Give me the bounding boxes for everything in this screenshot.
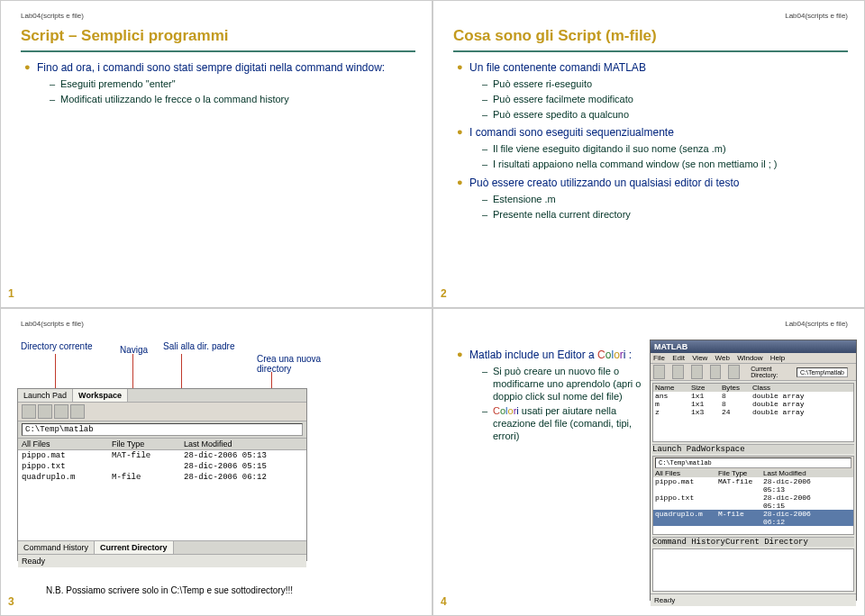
new-icon[interactable] xyxy=(653,365,665,379)
menu-view[interactable]: View xyxy=(692,354,707,362)
nav-up-icon[interactable] xyxy=(38,404,52,419)
ws-header: Name Size Bytes Class xyxy=(653,384,853,392)
sub-item: Si può creare un nuovo file o modificarn… xyxy=(482,366,642,403)
color-word: Colori xyxy=(597,349,625,361)
title-rule xyxy=(21,50,415,52)
column-headers: All Files File Type Last Modified xyxy=(18,439,306,450)
tab-workspace[interactable]: Workspace xyxy=(701,445,745,454)
cd-input[interactable]: C:\Temp\matlab xyxy=(797,367,848,377)
ws-col-name[interactable]: Name xyxy=(655,384,691,392)
bullet-list: Fino ad ora, i comandi sono stati sempre… xyxy=(21,61,415,106)
open-icon[interactable] xyxy=(672,365,684,379)
sub-list: Eseguiti premendo "enter" Modificati uti… xyxy=(37,78,415,106)
header-label: Lab04(scripts e file) xyxy=(21,12,415,20)
ws-row[interactable]: ans1x18double array xyxy=(653,392,853,400)
slide-number: 2 xyxy=(441,287,447,300)
bullet-text: Un file contenente comandi MATLAB xyxy=(469,61,646,74)
ws-col-class[interactable]: Class xyxy=(752,384,806,392)
file-rows: pippo.mat MAT-file 28-dic-2006 05:13 pip… xyxy=(18,450,306,540)
ws-row[interactable]: z1x324double array xyxy=(653,408,853,416)
ws-col-size[interactable]: Size xyxy=(691,384,722,392)
menu-web[interactable]: Web xyxy=(715,354,730,362)
tab-command-history[interactable]: Command History xyxy=(652,538,725,547)
window-titlebar: MATLAB xyxy=(651,340,856,353)
find-icon[interactable] xyxy=(70,404,85,419)
status-bar: Ready xyxy=(18,554,306,567)
sub-item: Il file viene eseguito digitando il suo … xyxy=(482,143,848,156)
tab-current-directory[interactable]: Current Directory xyxy=(725,538,808,547)
annotation-parent: Sali alla dir. padre xyxy=(163,341,235,351)
slide-3: Lab04(scripts e file) Directory corrente… xyxy=(0,308,432,616)
ws-row[interactable]: m1x18double array xyxy=(653,400,853,408)
file-row[interactable]: pippo.mat MAT-file 28-dic-2006 05:13 xyxy=(18,450,306,461)
sub-item: I risultati appaiono nella command windo… xyxy=(482,159,848,171)
new-folder-icon[interactable] xyxy=(54,404,68,419)
sub-item: Eseguiti premendo "enter" xyxy=(50,78,415,91)
dir-row[interactable]: pippo.matMAT-file28-dic-2006 05:13 xyxy=(653,477,853,494)
file-browser: Launch Pad Workspace C:\Temp\matlab All … xyxy=(17,388,307,561)
menu-window[interactable]: Window xyxy=(737,354,762,362)
sub-item: Estensione .m xyxy=(482,194,848,206)
header-label: Lab04(scripts e file) xyxy=(453,12,848,20)
slide-4: Lab04(scripts e file) Matlab include un … xyxy=(432,308,865,616)
help-icon[interactable] xyxy=(728,365,740,379)
tab-launchpad[interactable]: Launch Pad xyxy=(18,389,73,402)
cell-type: MAT-file xyxy=(112,451,184,460)
col-modified[interactable]: Last Modified xyxy=(184,439,292,448)
sub-item: Presente nella current directory xyxy=(482,209,848,222)
dir-path-input[interactable]: C:\Temp\matlab xyxy=(655,457,851,468)
upper-tabs: Launch Pad Workspace xyxy=(18,389,306,403)
cell-modified: 28-dic-2006 05:15 xyxy=(184,462,292,471)
bullet-text: Può essere creato utilizzando un qualsia… xyxy=(469,177,740,189)
slide-number: 1 xyxy=(8,287,14,300)
bullet-item: Un file contenente comandi MATLAB Può es… xyxy=(457,61,848,121)
cd-label: Current Directory: xyxy=(751,366,789,378)
sub-item: Modificati utilizzando le frecce o la co… xyxy=(50,94,415,106)
cell-modified: 28-dic-2006 06:12 xyxy=(184,473,292,482)
annotation-current-dir: Directory corrente xyxy=(21,341,92,351)
menu-edit[interactable]: Edit xyxy=(672,354,685,362)
tab-command-history[interactable]: Command History xyxy=(18,541,95,554)
directory-panel: C:\Temp\matlab All Files File Type Last … xyxy=(652,456,854,535)
copy-icon[interactable] xyxy=(710,365,722,379)
colon: : xyxy=(625,349,632,361)
dir-row-selected[interactable]: quadruplo.mM-file28-dic-2006 06:12 xyxy=(653,510,853,526)
tab-current-directory[interactable]: Current Directory xyxy=(95,541,174,554)
cell-name: pippo.mat xyxy=(22,451,112,460)
sub-item: Può essere facilmete modificato xyxy=(482,94,848,106)
col-name[interactable]: All Files xyxy=(22,439,112,448)
sub-item: Può essere ri-eseguito xyxy=(482,78,848,91)
dir-col-mod[interactable]: Last Modified xyxy=(763,469,835,477)
menu-file[interactable]: File xyxy=(653,354,665,362)
cut-icon[interactable] xyxy=(691,365,703,379)
command-window[interactable] xyxy=(652,548,854,592)
bullet-item: Matlab include un Editor a Colori : Si p… xyxy=(457,349,642,443)
bullet-text: I comandi sono eseguiti sequenziualmente xyxy=(469,126,674,139)
nav-back-icon[interactable] xyxy=(22,404,36,419)
ws-tabs: Launch Pad Workspace xyxy=(652,444,854,454)
slide-2: Lab04(scripts e file) Cosa sono gli Scri… xyxy=(432,0,865,308)
toolbar: Current Directory: C:\Temp\matlab xyxy=(651,364,856,381)
header-label: Lab04(scripts e file) xyxy=(453,320,848,328)
tab-workspace[interactable]: Workspace xyxy=(73,389,128,402)
dir-row[interactable]: pippo.txt28-dic-2006 05:15 xyxy=(653,494,853,510)
lower-tabs: Command History Current Directory xyxy=(18,540,306,554)
ws-col-bytes[interactable]: Bytes xyxy=(722,384,752,392)
dir-col-name[interactable]: All Files xyxy=(655,469,718,477)
cell-type xyxy=(112,462,184,471)
slide-1: Lab04(scripts e file) Script – Semplici … xyxy=(0,0,432,308)
dir-col-type[interactable]: File Type xyxy=(718,469,763,477)
col-type[interactable]: File Type xyxy=(112,439,184,448)
sub-item: Colori usati per aiutare nella creazione… xyxy=(482,405,642,442)
slide4-text: Matlab include un Editor a Colori : Si p… xyxy=(453,343,642,448)
menu-help[interactable]: Help xyxy=(770,354,785,362)
path-input[interactable]: C:\Temp\matlab xyxy=(22,423,303,436)
tab-launchpad[interactable]: Launch Pad xyxy=(652,445,701,454)
file-row[interactable]: pippo.txt 28-dic-2006 05:15 xyxy=(18,461,306,472)
dir-path-row: C:\Temp\matlab xyxy=(653,457,853,469)
status-bar: Ready xyxy=(651,593,856,606)
file-row[interactable]: quadruplo.m M-file 28-dic-2006 06:12 xyxy=(18,472,306,483)
slide-number: 4 xyxy=(441,595,447,608)
bullet-text: Matlab include un Editor a xyxy=(469,349,597,361)
matlab-window: MATLAB File Edit View Web Window Help Cu… xyxy=(650,340,857,601)
